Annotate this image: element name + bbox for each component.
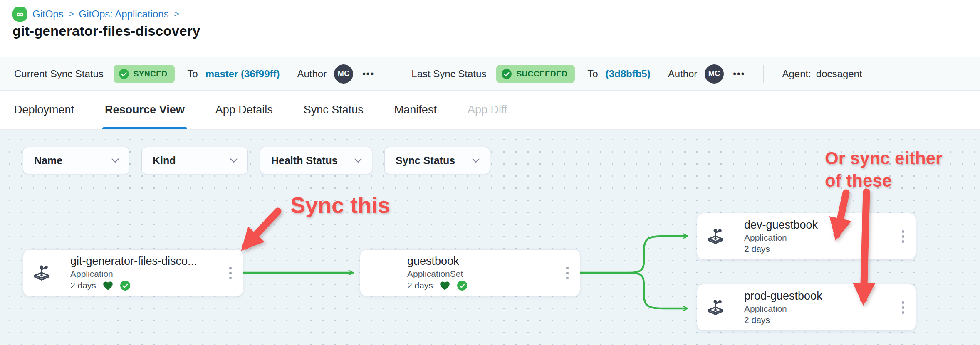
resource-graph-canvas[interactable]: Name Kind Health Status Sync Status git-… [0, 130, 980, 345]
filter-label: Kind [153, 155, 176, 167]
node-guestbook[interactable]: guestbook ApplicationSet 2 days [360, 249, 580, 296]
node-git-generator-files-discovery[interactable]: git-generator-files-disco... Application… [23, 249, 243, 296]
tab-manifest[interactable]: Manifest [394, 91, 437, 129]
author-avatar: MC [334, 64, 353, 84]
graph-filter-bar: Name Kind Health Status Sync Status [23, 147, 490, 174]
health-heart-icon [439, 280, 451, 291]
page-header: ∞ GitOps > GitOps: Applications > git-ge… [0, 0, 980, 57]
check-circle-icon [119, 69, 129, 79]
node-body: prod-guestbook Application 2 days [734, 284, 891, 330]
filter-name-dropdown[interactable]: Name [23, 147, 129, 174]
health-heart-icon [102, 280, 114, 291]
current-sync-status-badge: SYNCED [114, 65, 175, 83]
node-icon-placeholder [360, 250, 397, 296]
node-age: 2 days [407, 281, 433, 291]
last-revision-link[interactable]: (3d8bfb5) [606, 68, 651, 80]
node-menu-button[interactable] [218, 250, 243, 296]
current-revision-link[interactable]: master (36f99ff) [205, 68, 280, 80]
node-body: guestbook ApplicationSet 2 days [397, 250, 555, 296]
synced-check-icon [120, 280, 131, 291]
tab-label: Sync Status [304, 104, 364, 116]
node-body: dev-guestbook Application 2 days [734, 213, 891, 259]
divider [393, 65, 393, 83]
tab-resource-view[interactable]: Resource View [105, 91, 185, 129]
check-circle-icon [501, 69, 512, 79]
node-menu-button[interactable] [555, 250, 580, 296]
filter-sync-status-dropdown[interactable]: Sync Status [384, 147, 490, 174]
tab-deployment[interactable]: Deployment [14, 91, 74, 129]
tab-label: Manifest [394, 104, 437, 116]
tab-app-details[interactable]: App Details [215, 91, 273, 129]
last-sync-status-label: Last Sync Status [411, 68, 486, 80]
current-sync-status-label: Current Sync Status [14, 68, 104, 80]
filter-label: Sync Status [396, 155, 455, 167]
chevron-down-icon [354, 158, 362, 163]
filter-label: Name [34, 155, 62, 167]
node-age: 2 days [744, 244, 770, 254]
filter-label: Health Status [271, 155, 338, 167]
tab-bar: Deployment Resource View App Details Syn… [0, 91, 980, 130]
tab-label: App Details [215, 104, 273, 116]
gitops-logo-icon: ∞ [12, 7, 27, 22]
node-dev-guestbook[interactable]: dev-guestbook Application 2 days [697, 213, 916, 260]
chevron-down-icon [472, 158, 480, 163]
node-menu-button[interactable] [891, 284, 916, 330]
tab-label: Resource View [105, 104, 185, 116]
divider [763, 65, 764, 83]
author-label: Author [668, 68, 698, 80]
node-kind: Application [744, 233, 891, 243]
edge-appset-to-prod [629, 273, 687, 308]
last-badge-text: SUCCEEDED [516, 69, 567, 79]
node-kind: ApplicationSet [407, 269, 555, 279]
chevron-down-icon [230, 158, 238, 163]
node-title: dev-guestbook [744, 219, 891, 232]
node-title: guestbook [407, 255, 555, 268]
node-title: prod-guestbook [744, 290, 891, 303]
breadcrumb-separator: > [174, 9, 179, 20]
more-options-button[interactable]: ••• [362, 69, 374, 79]
node-prod-guestbook[interactable]: prod-guestbook Application 2 days [697, 284, 916, 331]
breadcrumb-link-applications[interactable]: GitOps: Applications [79, 8, 169, 20]
sync-status-bar: Current Sync Status SYNCED To master (36… [0, 57, 980, 91]
agent-value: docsagent [816, 68, 862, 79]
tab-sync-status[interactable]: Sync Status [304, 91, 364, 129]
edge-appset-to-dev [629, 236, 687, 273]
application-resource-icon [23, 250, 60, 296]
breadcrumb: ∞ GitOps > GitOps: Applications > [12, 7, 179, 22]
breadcrumb-separator: > [69, 9, 74, 20]
node-kind: Application [70, 269, 218, 279]
node-body: git-generator-files-disco... Application… [60, 250, 218, 296]
application-resource-icon [697, 284, 734, 330]
node-age: 2 days [70, 281, 96, 291]
tab-label: App Diff [468, 104, 507, 116]
agent-info: Agent:docsagent [782, 68, 862, 80]
synced-check-icon [457, 280, 468, 291]
filter-health-status-dropdown[interactable]: Health Status [260, 147, 372, 174]
agent-label: Agent: [782, 68, 811, 79]
author-label: Author [297, 68, 327, 80]
node-title: git-generator-files-disco... [70, 255, 218, 268]
filter-kind-dropdown[interactable]: Kind [141, 147, 248, 174]
tab-label: Deployment [14, 104, 74, 116]
author-avatar: MC [705, 64, 724, 84]
last-sync-status-badge: SUCCEEDED [496, 65, 575, 83]
to-label: To [187, 68, 198, 80]
application-resource-icon [697, 213, 734, 259]
breadcrumb-link-gitops[interactable]: GitOps [32, 8, 64, 20]
to-label: To [587, 68, 598, 80]
active-tab-underline [102, 127, 187, 129]
node-kind: Application [744, 304, 891, 314]
node-age: 2 days [744, 315, 770, 325]
tab-app-diff: App Diff [468, 91, 507, 129]
current-badge-text: SYNCED [134, 69, 168, 79]
page-title: git-generator-files-discovery [12, 23, 200, 39]
more-options-button[interactable]: ••• [733, 69, 745, 79]
chevron-down-icon [111, 158, 119, 163]
node-menu-button[interactable] [891, 213, 916, 259]
